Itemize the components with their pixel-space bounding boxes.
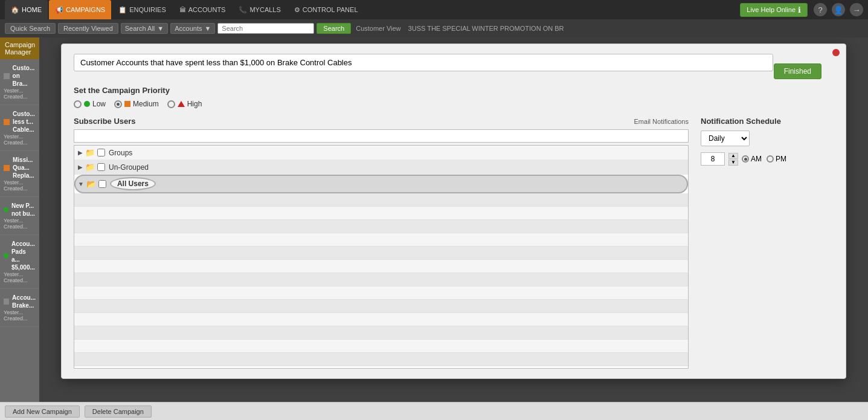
- nav-campaigns-label: CAMPAIGNS: [66, 6, 105, 13]
- nav-home[interactable]: 🏠 HOME: [5, 0, 48, 19]
- sidebar-item-meta-1: Yester...Created...: [4, 88, 36, 100]
- search-button[interactable]: Search: [317, 23, 351, 34]
- sidebar-item-3[interactable]: Missi...Qua...Repla... Yester...Created.…: [0, 151, 39, 197]
- nav-accounts-label: ACCOUNTS: [188, 6, 226, 13]
- search-all-label: Search All: [125, 25, 155, 32]
- notification-title: Notification Schedule: [701, 117, 834, 126]
- tree-row-groups[interactable]: ▶ 📁 Groups: [74, 146, 688, 160]
- checkbox-allusers[interactable]: [98, 180, 106, 188]
- expand-ungrouped-icon[interactable]: ▶: [78, 164, 83, 170]
- delete-campaign-label: Delete Campaign: [92, 408, 144, 415]
- am-option[interactable]: AM: [742, 155, 762, 163]
- tree-empty-2: [74, 207, 688, 220]
- sidebar-item-2[interactable]: Custo...less t...Cable... Yester...Creat…: [0, 105, 39, 151]
- sidebar-item-4[interactable]: New P...not bu... Yester...Created...: [0, 197, 39, 235]
- home-icon: 🏠: [11, 6, 19, 14]
- customer-view-label: Customer View: [356, 25, 400, 32]
- search-all-dropdown[interactable]: Search All ▼: [121, 23, 168, 34]
- pm-option[interactable]: PM: [767, 155, 786, 163]
- nav-accounts[interactable]: 🏛 ACCOUNTS: [173, 0, 232, 19]
- search-input[interactable]: [217, 23, 314, 34]
- tree-empty-7: [74, 273, 688, 286]
- arrow-icon[interactable]: →: [850, 3, 863, 16]
- radio-high[interactable]: [167, 100, 175, 108]
- pm-label: PM: [776, 155, 786, 163]
- radio-medium[interactable]: [114, 100, 122, 108]
- accounts-filter-label: Accounts: [175, 25, 202, 32]
- expand-allusers-icon[interactable]: ▼: [78, 181, 84, 187]
- sidebar-dot-4: [4, 207, 8, 212]
- nav-controlpanel[interactable]: ⚙ CONTROL PANEL: [288, 0, 364, 19]
- expand-groups-icon[interactable]: ▶: [78, 149, 83, 156]
- low-label: Low: [92, 100, 106, 108]
- search-users-input[interactable]: [74, 129, 689, 143]
- finished-label: Finished: [784, 67, 811, 76]
- nav-mycalls-label: MYCALLS: [249, 6, 280, 13]
- medium-label: Medium: [133, 100, 159, 108]
- tree-empty-5: [74, 247, 688, 260]
- chevron-down-icon: ▼: [157, 25, 164, 32]
- bottom-bar: Add New Campaign Delete Campaign: [0, 402, 868, 420]
- live-help-label: Live Help Online: [747, 6, 796, 13]
- help-icon[interactable]: ?: [814, 3, 827, 16]
- recently-viewed-button[interactable]: Recently Viewed: [58, 23, 118, 34]
- sidebar-item-meta-4: Yester...Created...: [4, 218, 36, 230]
- user-tree-list: ▶ 📁 Groups ▶ 📁: [74, 145, 689, 369]
- sidebar-header: Campaign Manager: [0, 37, 39, 59]
- radio-pm[interactable]: [767, 155, 774, 163]
- priority-high[interactable]: High: [167, 100, 202, 108]
- quick-search-button[interactable]: Quick Search: [5, 23, 56, 34]
- priority-medium[interactable]: Medium: [114, 100, 159, 108]
- live-help-button[interactable]: Live Help Online ℹ: [740, 3, 808, 17]
- nav-mycalls[interactable]: 📞 MYCALLS: [233, 0, 286, 19]
- tree-empty-9: [74, 300, 688, 313]
- am-label: AM: [751, 155, 762, 163]
- modal-overlay: Finished Set the Campaign Priority Low: [39, 37, 868, 402]
- accounts-icon: 🏛: [179, 6, 186, 13]
- sidebar: Campaign Manager Custo...on Bra... Yeste…: [0, 37, 39, 420]
- time-up-button[interactable]: ▲: [728, 153, 738, 159]
- tree-empty-11: [74, 326, 688, 340]
- search-button-label: Search: [323, 25, 344, 32]
- tree-empty-10: [74, 313, 688, 326]
- sidebar-item-meta-5: Yester...Created...: [4, 271, 36, 283]
- time-input[interactable]: [701, 152, 725, 166]
- tree-empty-13: [74, 353, 688, 366]
- sidebar-item-title-5: Accou...Pads a...$5,000...: [11, 240, 36, 271]
- folder-allusers-icon: 📂: [86, 179, 96, 189]
- allusers-label: All Users: [110, 177, 156, 190]
- user-icon[interactable]: 👤: [832, 3, 845, 16]
- sidebar-item-1[interactable]: Custo...on Bra... Yester...Created...: [0, 59, 39, 105]
- delete-campaign-button[interactable]: Delete Campaign: [85, 405, 152, 418]
- nav-campaigns[interactable]: 📢 CAMPAIGNS: [49, 0, 111, 19]
- sidebar-item-5[interactable]: Accou...Pads a...$5,000... Yester...Crea…: [0, 235, 39, 289]
- high-label: High: [187, 100, 202, 108]
- accounts-dropdown[interactable]: Accounts ▼: [170, 23, 215, 34]
- add-campaign-button[interactable]: Add New Campaign: [5, 405, 80, 418]
- time-down-button[interactable]: ▼: [728, 160, 738, 166]
- nav-enquiries-label: ENQUIRIES: [129, 6, 166, 13]
- checkbox-groups[interactable]: [97, 149, 105, 157]
- nav-enquiries[interactable]: 📋 ENQUIRIES: [112, 0, 172, 19]
- checkbox-ungrouped[interactable]: [97, 163, 105, 171]
- schedule-select[interactable]: Daily Weekly Monthly: [701, 131, 750, 146]
- radio-am[interactable]: [742, 155, 749, 163]
- sidebar-item-6[interactable]: Accou...Brake... Yester...Created...: [0, 289, 39, 327]
- add-campaign-label: Add New Campaign: [13, 408, 72, 415]
- medium-icon: [124, 101, 130, 107]
- campaign-title-input[interactable]: [74, 54, 773, 71]
- sidebar-dot-5: [4, 253, 8, 258]
- sidebar-title: Campaign Manager: [5, 41, 35, 56]
- chevron-down-icon2: ▼: [204, 25, 211, 32]
- tree-row-allusers[interactable]: ▼ 📂 All Users: [74, 175, 688, 193]
- sidebar-item-title-3: Missi...Qua...Repla...: [13, 156, 34, 179]
- info-icon: ℹ: [798, 5, 801, 15]
- priority-title: Set the Campaign Priority: [74, 86, 834, 95]
- tree-row-ungrouped[interactable]: ▶ 📁 Un-Grouped: [74, 160, 688, 175]
- finished-button[interactable]: Finished: [774, 63, 821, 79]
- folder-ungrouped-icon: 📁: [85, 163, 95, 172]
- radio-low[interactable]: [74, 100, 82, 108]
- high-icon: [178, 101, 185, 107]
- priority-low[interactable]: Low: [74, 100, 106, 108]
- tree-empty-8: [74, 286, 688, 300]
